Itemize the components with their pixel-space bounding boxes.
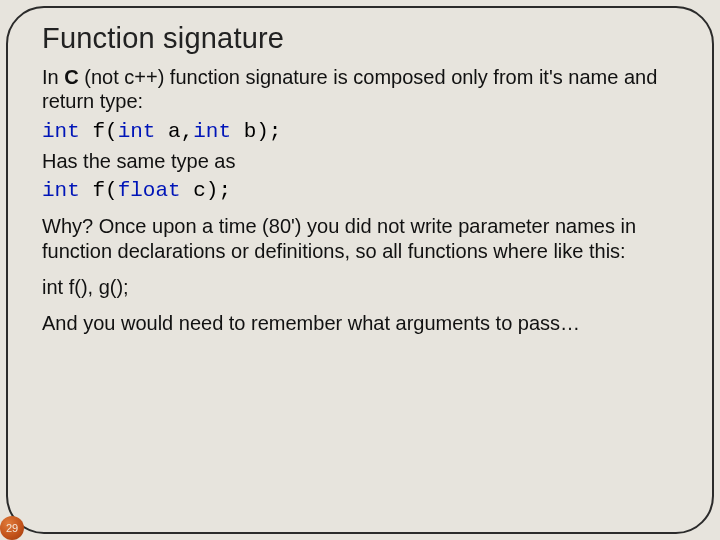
code-text: b); <box>231 120 281 143</box>
kw-int: int <box>42 179 80 202</box>
page-number-badge: 29 <box>0 516 24 540</box>
paragraph-remember: And you would need to remember what argu… <box>42 311 678 335</box>
kw-int: int <box>118 120 156 143</box>
code-line-2: int f(float c); <box>42 179 678 202</box>
text-bold-c: C <box>64 66 78 88</box>
text-post: (not c++) function signature is composed… <box>42 66 657 112</box>
code-text: f( <box>80 120 118 143</box>
code-text: f( <box>80 179 118 202</box>
code-text: a, <box>155 120 193 143</box>
kw-float: float <box>118 179 181 202</box>
code-line-1: int f(int a,int b); <box>42 120 678 143</box>
slide-frame: Function signature In C (not c++) functi… <box>6 6 714 534</box>
kw-int: int <box>193 120 231 143</box>
slide-title: Function signature <box>42 22 678 55</box>
slide-content: Function signature In C (not c++) functi… <box>8 8 712 356</box>
paragraph-example: int f(), g(); <box>42 275 678 299</box>
kw-int: int <box>42 120 80 143</box>
code-text: c); <box>181 179 231 202</box>
paragraph-why: Why? Once upon a time (80') you did not … <box>42 214 678 263</box>
paragraph-intro: In C (not c++) function signature is com… <box>42 65 678 114</box>
text-pre: In <box>42 66 64 88</box>
paragraph-sametype: Has the same type as <box>42 149 678 173</box>
page-number: 29 <box>6 522 18 534</box>
